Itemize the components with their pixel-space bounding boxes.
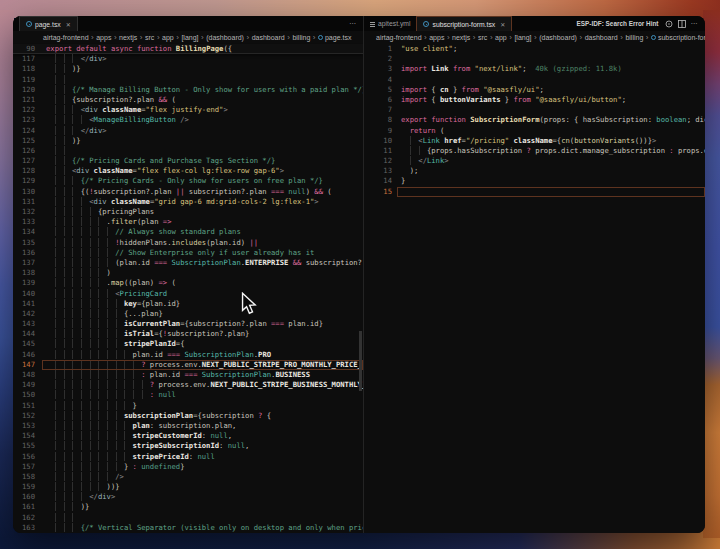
code-line[interactable]: 144 isTrial={!subscription?.plan} [13,329,363,339]
breadcrumb-item[interactable]: airtag-frontend [376,34,422,41]
code-line[interactable]: 124 </div> [13,126,363,136]
breadcrumb-item[interactable]: src [478,34,487,41]
code-line[interactable]: 161 )} [13,502,363,512]
line-number[interactable]: 122 [13,105,35,115]
line-number[interactable]: 148 [13,370,35,380]
code-line[interactable]: 7 [364,105,705,115]
line-number[interactable]: 135 [13,238,35,248]
line-number[interactable]: 141 [13,299,35,309]
breadcrumb-item[interactable]: dashboard [252,34,285,41]
feedback-icon[interactable] [665,20,673,28]
code-line[interactable]: 117 </div> [13,54,363,64]
code-line[interactable]: 149 ? process.env.NEXT_PUBLIC_STRIPE_BUS… [13,380,363,390]
code-line[interactable]: 123 <ManageBillingButton /> [13,115,363,125]
line-number[interactable]: 1 [364,44,392,54]
code-line[interactable]: 142 {...plan} [13,309,363,319]
breadcrumb[interactable]: airtag-frontend›apps›nextjs›src›app›[lan… [364,31,705,44]
line-number[interactable]: 153 [13,421,35,431]
line-number[interactable]: 156 [13,452,35,462]
breadcrumb-item[interactable]: nextjs [452,34,470,41]
code-line[interactable]: 15 [364,187,705,197]
code-line[interactable]: 133 .filter(plan => [13,217,363,227]
breadcrumb-item[interactable]: [lang] [514,34,531,41]
code-line[interactable]: 140 <PricingCard [13,289,363,299]
breadcrumb-file[interactable]: page.tsx [325,34,351,41]
code-line[interactable]: 125 )} [13,136,363,146]
code-line[interactable]: 134 // Always show standard plans [13,227,363,237]
line-number[interactable]: 134 [13,227,35,237]
breadcrumb-item[interactable]: apps [429,34,444,41]
line-number[interactable]: 15 [364,187,392,197]
line-number[interactable]: 4 [364,75,392,85]
line-number[interactable]: 118 [13,64,35,74]
line-number[interactable]: 129 [13,176,35,186]
line-number[interactable]: 149 [13,380,35,390]
editor-actions-more-icon[interactable]: ⋯ [343,20,363,28]
line-number[interactable]: 132 [13,207,35,217]
code-line[interactable]: 1"use client"; [364,44,705,54]
code-line[interactable]: 148 : plan.id === SubscriptionPlan.BUSIN… [13,370,363,380]
code-line[interactable]: 8export function SubscriptionForm(props:… [364,115,705,125]
line-number[interactable]: 128 [13,166,35,176]
line-number[interactable]: 145 [13,339,35,349]
line-number[interactable]: 144 [13,329,35,339]
code-line[interactable]: 137 (plan.id === SubscriptionPlan.ENTERP… [13,258,363,268]
code-line[interactable]: 153 plan: subscription.plan, [13,421,363,431]
breadcrumb-item[interactable]: billing [625,34,643,41]
code-line[interactable]: 9 return ( [364,126,705,136]
line-number[interactable]: 12 [364,156,392,166]
breadcrumb-item[interactable]: apps [96,34,111,41]
code-line[interactable]: 130 {(!subscription?.plan || subscriptio… [13,187,363,197]
code-line[interactable]: 118 )} [13,64,363,74]
code-line[interactable]: 12 </Link> [364,156,705,166]
line-number[interactable]: 117 [13,54,35,64]
line-number[interactable]: 121 [13,95,35,105]
code-line[interactable]: 127 {/* Pricing Cards and Purchase Tags … [13,156,363,166]
code-line[interactable]: 147 ? process.env.NEXT_PUBLIC_STRIPE_PRO… [13,360,363,370]
tab-subscription-form-tsx[interactable]: subscription-form.tsx ✕ [416,16,512,31]
line-number[interactable]: 160 [13,492,35,502]
line-number[interactable]: 138 [13,268,35,278]
code-line[interactable]: 139 .map((plan) => ( [13,278,363,288]
line-number[interactable]: 137 [13,258,35,268]
line-number[interactable]: 125 [13,136,35,146]
line-number[interactable]: 147 [13,360,35,370]
code-line[interactable]: 141 key={plan.id} [13,299,363,309]
code-line[interactable]: 143 isCurrentPlan={subscription?.plan ==… [13,319,363,329]
breadcrumb-item[interactable]: [lang] [181,34,198,41]
code-line[interactable]: 163 {/* Vertical Separator (visible only… [13,523,363,533]
line-number[interactable]: 136 [13,248,35,258]
code-line[interactable]: 159 ))} [13,482,363,492]
code-line[interactable]: 10 <Link href="/pricing" className={cn(b… [364,136,705,146]
line-number[interactable]: 6 [364,95,392,105]
tab-page-tsx[interactable]: page.tsx ✕ [19,16,78,31]
line-number[interactable]: 159 [13,482,35,492]
line-number[interactable]: 151 [13,401,35,411]
tab-apitest-yml[interactable]: apitest.yml [364,16,416,31]
line-number[interactable]: 140 [13,289,35,299]
code-line[interactable]: 152 subscriptionPlan={subscription ? { [13,411,363,421]
line-number[interactable]: 14 [364,176,392,186]
line-number[interactable]: 11 [364,146,392,156]
code-line[interactable]: 128 <div className="flex flex-col lg:fle… [13,166,363,176]
code-line[interactable]: 156 stripePriceId: null [13,452,363,462]
editor-right[interactable]: airtag-frontend›apps›nextjs›src›app›[lan… [364,31,705,533]
line-number[interactable]: 8 [364,115,392,125]
line-number[interactable]: 13 [364,166,392,176]
line-number[interactable]: 152 [13,411,35,421]
line-number[interactable]: 3 [364,64,392,74]
editor-left[interactable]: airtag-frontend›apps›nextjs›src›app›[lan… [13,31,364,533]
breadcrumb-item[interactable]: app [162,34,174,41]
code-line[interactable]: 154 stripeCustomerId: null, [13,431,363,441]
code-line[interactable]: 138 ) [13,268,363,278]
line-number[interactable]: 90 [13,44,35,53]
code-area-left[interactable]: 90export default async function BillingP… [13,44,363,533]
line-number[interactable]: 131 [13,197,35,207]
code-line[interactable]: 131 <div className="grid gap-6 md:grid-c… [13,197,363,207]
line-number[interactable]: 155 [13,441,35,451]
line-number[interactable]: 126 [13,146,35,156]
line-number[interactable]: 5 [364,85,392,95]
line-number[interactable]: 133 [13,217,35,227]
breadcrumb-item[interactable]: src [145,34,154,41]
code-line[interactable]: 146 plan.id === SubscriptionPlan.PRO [13,350,363,360]
